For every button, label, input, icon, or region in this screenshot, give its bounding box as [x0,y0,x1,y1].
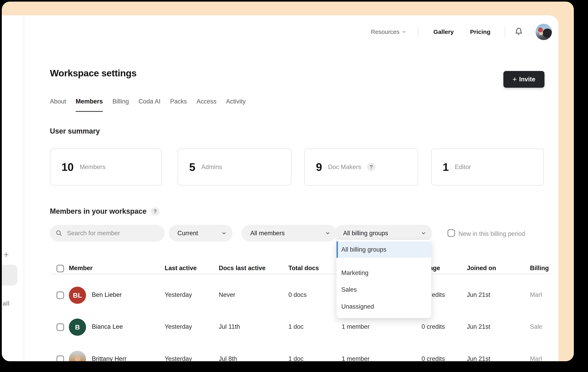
app-window: + all Resources Gallery Pricing [2,15,558,361]
dropdown-option-sales[interactable]: Sales [336,283,431,297]
cell-members: 1 member [342,355,370,361]
notifications-bell-icon[interactable] [514,27,523,37]
cell-total-docs: 0 docs [288,291,306,298]
nav-pricing[interactable]: Pricing [470,29,490,35]
member-name[interactable]: Brittany Herr [92,355,126,361]
col-billing-group[interactable]: Billing group [530,264,549,272]
search-input[interactable] [67,230,151,237]
cell-total-docs: 1 doc [288,323,304,330]
chevron-down-icon [325,231,330,236]
user-summary-heading: User summary [50,127,100,135]
page-title: Workspace settings [50,68,136,79]
cell-joined-on: Jun 21st [467,355,490,361]
members-section-heading-text: Members in your workspace [50,207,147,215]
tab-coda-ai[interactable]: Coda AI [138,98,160,112]
avatar: B [69,319,86,336]
table-row[interactable]: BL Ben Lieber Yesterday Never 0 docs 1 m… [2,287,558,304]
cell-docs-last-active: Never [219,291,235,298]
row-checkbox[interactable] [56,323,64,331]
table-row[interactable]: B Bianca Lee Yesterday Jul 11th 1 doc 1 … [2,319,558,336]
doc-makers-count: 9 [316,161,322,173]
chevron-down-icon [402,30,406,34]
members-count-label: Members [80,163,105,171]
summary-card-admins: 5 Admins [178,149,291,185]
user-summary-heading-text: User summary [50,127,100,135]
avatar: BL [69,287,86,304]
invite-button-label: Invite [519,76,535,83]
selected-option-accent-bar [336,241,338,258]
row-checkbox[interactable] [56,292,64,299]
tab-access[interactable]: Access [197,98,217,112]
cell-last-active: Yesterday [165,355,192,361]
summary-card-members: 10 Members [50,149,162,185]
member-name[interactable]: Ben Lieber [92,291,122,298]
col-last-active[interactable]: Last active [165,264,197,272]
cell-docs-last-active: Jul 8th [219,355,237,361]
plus-icon: + [513,76,517,83]
tab-packs[interactable]: Packs [170,98,187,112]
select-all-checkbox[interactable] [56,265,64,272]
dropdown-option-marketing[interactable]: Marketing [336,266,431,280]
tab-activity[interactable]: Activity [226,98,246,112]
cell-last-active: Yesterday [165,323,192,330]
user-avatar[interactable] [536,24,552,40]
nav-divider [505,26,505,38]
tab-billing[interactable]: Billing [112,98,129,112]
filter-billing-value: All billing groups [343,230,388,237]
filter-current-value: Current [178,230,198,237]
members-count: 10 [62,161,74,173]
cell-joined-on: Jun 21st [467,291,490,298]
cell-docs-last-active: Jul 11th [219,323,240,330]
doc-makers-count-label: Doc Makers [328,163,361,171]
table-row[interactable]: Brittany Herr Yesterday Jul 8th 1 doc 1 … [2,351,558,361]
settings-tabs: About Members Billing Coda AI Packs Acce… [50,98,246,112]
chevron-down-icon [421,231,426,236]
filter-members-dropdown[interactable]: All members [242,225,336,242]
editor-count: 1 [443,161,449,173]
tab-members[interactable]: Members [76,98,103,112]
billing-groups-dropdown-menu: All billing groups Marketing Sales Unass… [336,240,431,318]
chevron-down-icon [221,231,227,236]
col-joined-on[interactable]: Joined on [467,264,496,272]
filter-members-value: All members [250,230,285,237]
filter-current-dropdown[interactable]: Current [169,225,232,242]
invite-button[interactable]: + Invite [503,71,545,88]
help-icon[interactable]: ? [367,163,375,171]
help-icon[interactable]: ? [151,207,159,215]
dropdown-option-unassigned[interactable]: Unassigned [336,300,431,314]
col-docs-last-active[interactable]: Docs last active [219,264,265,272]
tab-about[interactable]: About [50,98,66,112]
members-section-heading: Members in your workspace ? [50,207,159,215]
cell-total-docs: 1 doc [288,355,304,361]
new-billing-period-label: New in this billing period [459,230,525,237]
editor-count-label: Editor [455,163,471,171]
cell-joined-on: Jun 21st [467,323,490,330]
cell-usage: 0 credits [421,323,445,330]
nav-resources[interactable]: Resources [371,29,406,35]
cell-billing-group: Marketing [530,355,542,361]
cell-billing-group: Sales [530,323,542,330]
sidebar-add-button[interactable]: + [2,250,10,259]
admins-count: 5 [189,161,195,173]
col-total-docs[interactable]: Total docs [288,264,319,272]
summary-card-doc-makers: 9 Doc Makers ? [304,149,418,185]
cell-usage: 0 credits [421,355,445,361]
member-search [50,225,165,242]
summary-card-editor: 1 Editor [431,149,544,185]
dropdown-option-all-billing-groups[interactable]: All billing groups [336,241,431,258]
filter-billing-dropdown[interactable]: All billing groups [334,225,432,242]
top-nav: Resources Gallery Pricing [371,24,552,40]
nav-gallery[interactable]: Gallery [433,29,454,35]
avatar [69,351,86,361]
cell-last-active: Yesterday [165,291,192,298]
nav-resources-label: Resources [371,29,399,35]
col-member[interactable]: Member [69,264,93,272]
new-billing-period-checkbox[interactable] [448,229,455,237]
cell-billing-group: Marketing [530,291,542,298]
table-header-divider [50,274,551,274]
row-checkbox[interactable] [56,355,64,361]
cell-members: 1 member [342,323,370,330]
nav-divider [418,26,418,38]
workspace-sidebar: + all [2,15,24,361]
member-name[interactable]: Bianca Lee [92,323,123,330]
